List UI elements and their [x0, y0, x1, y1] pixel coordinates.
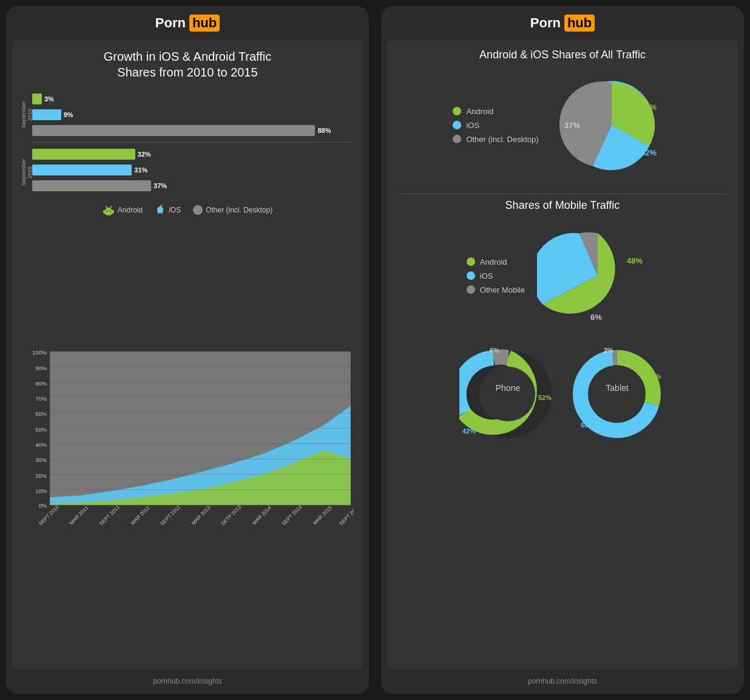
legend-dot-other — [453, 135, 461, 143]
all-traffic-legend: Android iOS Other (incl. Desktop) — [453, 107, 538, 144]
legend-android: Android — [103, 204, 143, 216]
svg-text:30%: 30% — [647, 373, 661, 380]
svg-text:70%: 70% — [35, 395, 47, 402]
mobile-traffic-section: Android iOS Other Mobile — [399, 218, 726, 333]
right-logo-hub: hub — [564, 15, 595, 32]
left-content: Growth in iOS & Android TrafficShares fr… — [12, 39, 363, 669]
year-label-2010: September 2010 — [21, 95, 32, 135]
bar-2015-ios: 31% — [32, 163, 354, 177]
svg-text:Phone: Phone — [496, 383, 521, 393]
tablet-donut: Tablet 30% 68% 2% — [569, 345, 666, 443]
svg-text:6%: 6% — [590, 313, 602, 322]
area-chart: 100% 90% 80% 70% 60% 50% 40% 30% 20% 10%… — [21, 222, 354, 660]
legend-label-android: Android — [466, 107, 493, 116]
mobile-legend-android: Android — [467, 257, 525, 267]
bar-chart-legend: Android iOS Other (incl. Desktop) — [21, 204, 354, 216]
area-chart-svg: 100% 90% 80% 70% 60% 50% 40% 30% 20% 10%… — [21, 222, 354, 660]
svg-rect-1 — [104, 210, 113, 214]
svg-text:SEPT 2015: SEPT 2015 — [338, 504, 354, 527]
right-content: Android & iOS Shares of All Traffic Andr… — [387, 39, 738, 669]
legend-other-label: Other (incl. Desktop) — [206, 206, 272, 214]
android-bar-2015 — [32, 149, 135, 160]
svg-line-5 — [110, 206, 112, 208]
right-header: Porn hub — [381, 6, 744, 36]
all-traffic-title: Android & iOS Shares of All Traffic — [399, 49, 726, 61]
svg-text:50%: 50% — [35, 426, 47, 433]
mobile-legend-label-ios: iOS — [480, 271, 493, 280]
bar-2010-ios: 9% — [32, 108, 354, 121]
mobile-legend-dot-android — [467, 257, 475, 266]
other-bar-2015 — [32, 180, 151, 191]
svg-text:90%: 90% — [35, 365, 47, 372]
left-panel: Porn hub Growth in iOS & Android Traffic… — [6, 6, 369, 694]
svg-text:SEPT 2012: SEPT 2012 — [159, 504, 182, 527]
svg-text:MAR 2014: MAR 2014 — [251, 505, 272, 526]
mobile-legend-label-other: Other Mobile — [480, 285, 525, 294]
svg-text:Tablet: Tablet — [606, 383, 628, 393]
android-pct-2015: 32% — [138, 151, 151, 158]
mobile-legend-label-android: Android — [480, 257, 507, 267]
mobile-legend-dot-ios — [467, 271, 475, 280]
svg-text:31%: 31% — [641, 103, 657, 112]
other-pct-2010: 88% — [317, 127, 331, 134]
svg-text:37%: 37% — [564, 121, 580, 130]
svg-point-58 — [590, 367, 644, 421]
svg-text:10%: 10% — [35, 488, 47, 494]
legend-ios: iOS — [155, 204, 181, 216]
svg-text:60%: 60% — [35, 410, 47, 417]
svg-point-52 — [481, 367, 535, 421]
svg-text:68%: 68% — [581, 421, 594, 429]
android-icon — [103, 204, 115, 216]
left-logo-hub: hub — [189, 15, 220, 32]
bars-area: 3% 9% 88% 32% 31% — [32, 92, 354, 195]
ios-bar-2010 — [32, 109, 61, 120]
bar-2015-other: 37% — [32, 179, 354, 192]
y-axis-labels: September 2010 September 2015 — [21, 92, 32, 195]
bar-chart-title: Growth in iOS & Android TrafficShares fr… — [21, 49, 354, 80]
svg-point-2 — [106, 211, 107, 212]
donut-row: Phone 52% 42% 6% Tablet — [399, 345, 726, 443]
svg-text:6%: 6% — [490, 347, 499, 354]
bar-chart: September 2010 September 2015 3% 9% 88% — [21, 92, 354, 195]
legend-other: Other (incl. Desktop) — [193, 204, 272, 216]
bar-2010-android: 3% — [32, 92, 354, 106]
other-icon — [193, 205, 203, 215]
svg-point-3 — [109, 211, 110, 212]
svg-text:SETP 2013: SETP 2013 — [220, 504, 243, 527]
svg-text:SEPT 2014: SEPT 2014 — [280, 504, 303, 527]
legend-dot-android — [453, 107, 461, 115]
svg-text:MAR 2011: MAR 2011 — [68, 505, 89, 526]
mobile-traffic-pie: 48% 46% 6% — [537, 218, 658, 333]
left-logo-text: Porn — [155, 15, 186, 31]
svg-text:MAR 2015: MAR 2015 — [312, 505, 333, 526]
svg-text:80%: 80% — [35, 380, 47, 387]
mobile-traffic-title: Shares of Mobile Traffic — [399, 199, 726, 212]
svg-text:100%: 100% — [32, 349, 47, 356]
legend-label-ios: iOS — [466, 121, 479, 130]
svg-rect-7 — [112, 210, 114, 213]
mobile-traffic-legend: Android iOS Other Mobile — [467, 257, 525, 294]
right-footer: pornhub.com/insights — [381, 672, 744, 694]
svg-text:48%: 48% — [627, 256, 643, 265]
svg-line-4 — [106, 206, 107, 208]
other-pct-2015: 37% — [154, 182, 167, 189]
all-traffic-legend-ios: iOS — [453, 121, 538, 130]
svg-text:30%: 30% — [35, 457, 47, 463]
all-traffic-legend-other: Other (incl. Desktop) — [453, 135, 538, 144]
android-pct-2010: 3% — [44, 95, 54, 103]
legend-ios-label: iOS — [169, 206, 181, 214]
mobile-legend-ios: iOS — [467, 271, 525, 280]
right-logo-text: Porn — [530, 15, 561, 31]
svg-text:0%: 0% — [38, 502, 47, 509]
apple-icon — [155, 205, 166, 216]
svg-text:32%: 32% — [641, 148, 657, 157]
right-panel: Porn hub Android & iOS Shares of All Tra… — [381, 6, 744, 694]
legend-android-label: Android — [118, 206, 143, 214]
all-traffic-legend-android: Android — [453, 107, 538, 116]
bar-2010-other: 88% — [32, 124, 354, 137]
svg-text:40%: 40% — [35, 441, 47, 448]
svg-text:52%: 52% — [538, 394, 552, 401]
left-footer: pornhub.com/insights — [6, 672, 369, 694]
mobile-legend-other: Other Mobile — [467, 285, 525, 294]
svg-rect-6 — [103, 210, 105, 213]
